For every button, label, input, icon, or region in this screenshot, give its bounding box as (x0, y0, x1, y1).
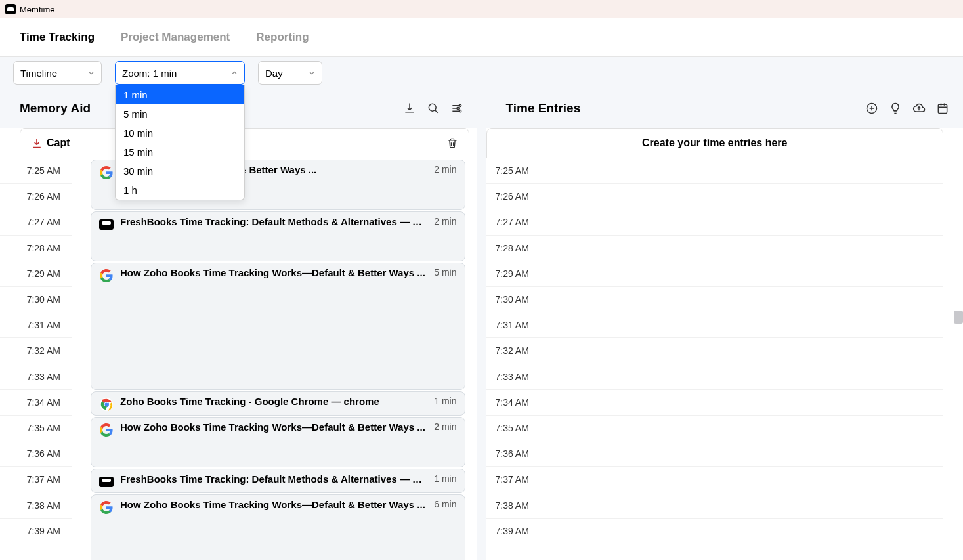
svg-point-1 (459, 104, 461, 106)
google-g-icon (99, 269, 114, 283)
time-label: 7:31 AM (0, 312, 72, 338)
entry-slot[interactable] (539, 287, 944, 312)
zoom-select[interactable]: Zoom: 1 min 1 min5 min10 min15 min30 min… (115, 61, 245, 85)
activity-duration: 2 min (434, 164, 456, 175)
entry-slot[interactable] (539, 492, 944, 518)
time-label: 7:36 AM (0, 441, 72, 467)
download-arrow-icon[interactable] (30, 136, 44, 150)
time-entries-title: Time Entries (506, 101, 865, 116)
tab-time-tracking[interactable]: Time Tracking (20, 31, 95, 44)
tab-reporting[interactable]: Reporting (256, 31, 309, 44)
time-entries-header: Time Entries (486, 89, 964, 128)
time-label: 7:32 AM (0, 338, 72, 364)
entry-slot[interactable] (539, 158, 944, 184)
range-select[interactable]: Day (258, 61, 322, 85)
time-label: 7:30 AM (486, 287, 539, 312)
range-select-label: Day (265, 68, 303, 79)
chevron-down-icon (88, 70, 95, 76)
time-label: 7:39 AM (0, 519, 72, 544)
filter-icon[interactable] (450, 101, 464, 116)
google-g-icon (99, 500, 114, 515)
activity-card[interactable]: How Zoho Books Time Tracking Works—Defau… (91, 494, 465, 560)
main-tabs: Time Tracking Project Management Reporti… (0, 18, 963, 57)
create-entries-header: Create your time entries here (486, 128, 944, 158)
time-label: 7:27 AM (0, 209, 72, 235)
activity-card[interactable]: How Zoho Books Time Tracking Works—Defau… (91, 417, 465, 467)
time-entries-area: 7:25 AM7:26 AM7:27 AM7:28 AM7:29 AM7:30 … (486, 158, 964, 560)
chrome-icon (99, 397, 114, 412)
activity-card[interactable]: FreshBooks Time Tracking: Default Method… (91, 211, 465, 261)
activity-duration: 5 min (434, 267, 456, 278)
time-label: 7:38 AM (0, 492, 72, 518)
entry-slot[interactable] (539, 441, 944, 467)
activity-duration: 1 min (434, 473, 456, 484)
activity-title: How Zoho Books Time Tracking Works—Defau… (120, 421, 427, 433)
activity-card[interactable]: How Zoho Books Time Tracking Works—Defau… (91, 263, 465, 390)
trash-icon[interactable] (445, 136, 460, 150)
activity-title: FreshBooks Time Tracking: Default Method… (120, 216, 427, 227)
activity-card[interactable]: Zoho Books Time Tracking - Google Chrome… (91, 391, 465, 416)
cloud-upload-icon[interactable] (912, 101, 926, 116)
time-label: 7:36 AM (486, 441, 539, 467)
entry-slot[interactable] (539, 184, 944, 209)
view-select-label: Timeline (20, 68, 83, 79)
lightbulb-icon[interactable] (888, 101, 903, 116)
zoom-option[interactable]: 1 min (116, 85, 244, 104)
memory-aid-timeline: 7:25 AM7:26 AM7:27 AM7:28 AM7:29 AM7:30 … (0, 158, 477, 560)
activity-title: Zoho Books Time Tracking - Google Chrome… (120, 396, 427, 407)
entry-slot[interactable] (539, 338, 944, 364)
time-label: 7:28 AM (486, 236, 539, 261)
activity-duration: 6 min (434, 499, 456, 509)
zoom-option[interactable]: 15 min (116, 142, 244, 162)
time-label: 7:33 AM (486, 364, 539, 390)
activity-title: How Zoho Books Time Tracking Works—Defau… (120, 499, 427, 510)
entry-slot[interactable] (539, 416, 944, 441)
zoom-option[interactable]: 1 h (116, 181, 244, 200)
entries-lines[interactable] (539, 158, 964, 560)
download-icon[interactable] (402, 101, 417, 116)
events-column: Tracking Works—Default & Better Ways ...… (72, 158, 477, 560)
time-label: 7:29 AM (486, 261, 539, 287)
entry-slot[interactable] (539, 209, 944, 235)
entry-slot[interactable] (539, 364, 944, 390)
create-entries-label: Create your time entries here (642, 137, 787, 149)
time-label: 7:38 AM (486, 492, 539, 518)
time-label: 7:34 AM (0, 390, 72, 416)
entry-slot[interactable] (539, 390, 944, 416)
svg-point-2 (457, 107, 459, 109)
scrollbar-thumb[interactable] (954, 311, 963, 324)
toolbar: Timeline Zoom: 1 min 1 min5 min10 min15 … (0, 57, 963, 89)
panel-divider[interactable] (477, 89, 486, 560)
captured-label: Capt (47, 137, 70, 149)
zoom-option[interactable]: 5 min (116, 104, 244, 123)
time-label: 7:37 AM (486, 467, 539, 492)
time-label: 7:26 AM (486, 184, 539, 209)
zoom-select-label: Zoom: 1 min (122, 68, 226, 79)
activity-card[interactable]: FreshBooks Time Tracking: Default Method… (91, 469, 465, 493)
entry-slot[interactable] (539, 236, 944, 261)
chevron-down-icon (309, 70, 315, 76)
entry-slot[interactable] (539, 467, 944, 492)
memtime-icon (99, 217, 114, 232)
svg-rect-8 (938, 104, 947, 113)
time-label: 7:33 AM (0, 364, 72, 390)
view-select[interactable]: Timeline (13, 61, 102, 85)
search-icon[interactable] (426, 101, 440, 116)
time-label: 7:30 AM (0, 287, 72, 312)
activity-duration: 2 min (434, 216, 456, 226)
time-label: 7:35 AM (486, 416, 539, 441)
entry-slot[interactable] (539, 312, 944, 338)
time-label: 7:31 AM (486, 312, 539, 338)
time-label: 7:32 AM (486, 338, 539, 364)
calendar-icon[interactable] (935, 101, 950, 116)
plus-circle-icon[interactable] (865, 101, 879, 116)
google-g-icon (99, 165, 114, 180)
time-gutter-left: 7:25 AM7:26 AM7:27 AM7:28 AM7:29 AM7:30 … (0, 158, 72, 560)
zoom-option[interactable]: 10 min (116, 123, 244, 142)
time-label: 7:26 AM (0, 184, 72, 209)
entry-slot[interactable] (539, 261, 944, 287)
entry-slot[interactable] (539, 519, 944, 544)
zoom-option[interactable]: 30 min (116, 162, 244, 181)
activity-duration: 1 min (434, 396, 456, 406)
tab-project-management[interactable]: Project Management (121, 31, 230, 44)
